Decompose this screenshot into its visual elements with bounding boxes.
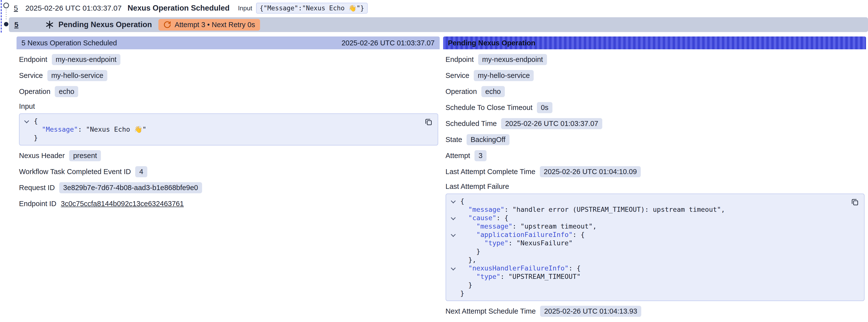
field-label: Workflow Task Completed Event ID <box>19 168 131 176</box>
failure-block-label: Last Attempt Failure <box>445 183 865 191</box>
copy-button[interactable] <box>424 117 434 127</box>
event-panel-header: 5 Nexus Operation Scheduled 2025-02-26 U… <box>17 36 440 49</box>
copy-button[interactable] <box>850 197 860 207</box>
code-line: { <box>446 197 858 205</box>
pending-detail-panel: Pending Nexus Operation Endpointmy-nexus… <box>443 36 866 321</box>
field-value-chip: 4 <box>135 166 147 177</box>
collapse-toggle-icon[interactable] <box>446 214 460 222</box>
code-text: } <box>460 289 464 298</box>
field-label: Endpoint <box>445 56 474 64</box>
code-text: "nexusHandlerFailureInfo": { <box>460 264 581 272</box>
expanded-row-guide <box>1 0 2 33</box>
input-preview-chip: {"Message":"Nexus Echo 👋"} <box>256 3 368 13</box>
code-text: } <box>34 134 38 142</box>
collapse-toggle-icon[interactable] <box>446 197 460 205</box>
pending-event-id-link[interactable]: 5 <box>14 21 19 29</box>
event-panel-title: 5 Nexus Operation Scheduled <box>22 39 117 47</box>
pending-panel-title: Pending Nexus Operation <box>448 39 536 47</box>
pending-asterisk-icon <box>45 20 54 29</box>
field-value-chip: 0s <box>537 102 552 113</box>
timeline-graphic <box>2 0 10 37</box>
code-line: "cause": { <box>446 214 858 222</box>
field-schedule-to-close-timeout: Schedule To Close Timeout0s <box>445 102 865 114</box>
field-service: Servicemy-hello-service <box>445 69 865 82</box>
field-value-chip: my-hello-service <box>474 70 534 81</box>
field-value-chip: 2025-02-26 UTC 01:03:37.07 <box>501 118 602 129</box>
event-history-page: 5 2025-02-26 UTC 01:03:37.07 Nexus Opera… <box>0 0 868 322</box>
field-operation: Operationecho <box>445 86 865 97</box>
field-value-link[interactable]: 3c0c75ccfa8144b092c13ce632463761 <box>61 200 184 208</box>
field-value-chip: 3e829b7e-7d67-4b08-aad3-b1e868bfe9e0 <box>59 182 202 193</box>
code-text: "type": "NexusFailure" <box>460 239 573 247</box>
field-label: Operation <box>445 88 477 96</box>
event-timestamp: 2025-02-26 UTC 01:03:37.07 <box>25 4 122 12</box>
code-line: "applicationFailureInfo": { <box>446 230 858 239</box>
timeline-dot-icon <box>4 22 8 26</box>
code-line: "type": "UPSTREAM_TIMEOUT" <box>446 272 858 281</box>
field-label: Operation <box>19 88 50 96</box>
code-text: { <box>34 117 38 125</box>
code-line: "message": "handler error (UPSTREAM_TIME… <box>446 205 858 214</box>
event-detail-panel: 5 Nexus Operation Scheduled 2025-02-26 U… <box>17 36 440 214</box>
field-label: Last Attempt Complete Time <box>445 168 535 176</box>
code-line: "nexusHandlerFailureInfo": { <box>446 264 858 272</box>
code-line: { <box>20 117 432 125</box>
code-line: } <box>20 134 432 142</box>
field-nexus-header: Nexus Headerpresent <box>19 150 438 161</box>
copy-icon <box>851 198 859 206</box>
collapse-toggle-icon[interactable] <box>20 117 34 125</box>
field-value-chip: my-nexus-endpoint <box>478 54 547 65</box>
event-panel-body: Endpointmy-nexus-endpointServicemy-hello… <box>17 54 440 210</box>
code-text: } <box>460 281 472 289</box>
field-label: Scheduled Time <box>445 120 497 128</box>
field-scheduled-time: Scheduled Time2025-02-26 UTC 01:03:37.07 <box>445 118 865 129</box>
code-text: } <box>460 247 480 256</box>
field-endpoint-id: Endpoint ID3c0c75ccfa8144b092c13ce632463… <box>19 198 438 210</box>
collapse-toggle-icon[interactable] <box>446 230 460 239</box>
field-next-attempt-schedule-time: Next Attempt Schedule Time2025-02-26 UTC… <box>445 305 865 317</box>
event-id-link[interactable]: 5 <box>14 4 18 12</box>
fold-gutter <box>446 205 460 214</box>
retry-icon <box>163 21 171 29</box>
event-panel-timestamp: 2025-02-26 UTC 01:03:37.07 <box>341 39 434 47</box>
timeline-node-icon <box>4 3 9 8</box>
field-endpoint: Endpointmy-nexus-endpoint <box>19 54 438 65</box>
pending-panel-body: Endpointmy-nexus-endpointServicemy-hello… <box>443 54 866 317</box>
input-label: Input <box>238 4 252 12</box>
fold-gutter <box>446 239 460 247</box>
fold-gutter <box>446 272 460 281</box>
field-value-chip: present <box>69 150 101 161</box>
event-title: Nexus Operation Scheduled <box>128 4 229 12</box>
copy-icon <box>424 118 433 126</box>
code-line: } <box>446 289 858 298</box>
field-request-id: Request ID3e829b7e-7d67-4b08-aad3-b1e868… <box>19 182 438 194</box>
event-summary-row[interactable]: 5 2025-02-26 UTC 01:03:37.07 Nexus Opera… <box>0 0 868 16</box>
code-text: "type": "UPSTREAM_TIMEOUT" <box>460 272 581 281</box>
field-value-chip: my-nexus-endpoint <box>52 54 121 65</box>
field-value-chip: echo <box>55 86 78 97</box>
code-line: "type": "NexusFailure" <box>446 239 858 247</box>
code-text: "message": "handler error (UPSTREAM_TIME… <box>460 205 725 214</box>
failure-json-block: { "message": "handler error (UPSTREAM_TI… <box>445 194 865 301</box>
field-label: State <box>445 136 462 144</box>
pending-operation-row[interactable]: 5 Pending Nexus Operation Attempt 3 • Ne… <box>9 17 868 32</box>
input-json-block: { "Message": "Nexus Echo 👋"} <box>19 114 438 146</box>
code-line: } <box>446 247 858 256</box>
code-text: "Message": "Nexus Echo 👋" <box>34 125 146 134</box>
field-value-chip: echo <box>482 86 505 97</box>
collapse-toggle-icon[interactable] <box>446 264 460 272</box>
field-label: Attempt <box>445 152 470 160</box>
fold-gutter <box>446 281 460 289</box>
field-value-chip: 2025-02-26 UTC 01:04:13.93 <box>540 306 641 317</box>
fold-gutter <box>20 125 34 134</box>
code-text: "message": "upstream timeout", <box>460 222 597 230</box>
field-last-attempt-complete-time: Last Attempt Complete Time2025-02-26 UTC… <box>445 166 865 178</box>
pending-title: Pending Nexus Operation <box>59 20 152 29</box>
retry-badge: Attempt 3 • Next Retry 0s <box>158 19 260 31</box>
field-attempt: Attempt3 <box>445 150 865 161</box>
code-line: } <box>446 281 858 289</box>
field-state: StateBackingOff <box>445 134 865 146</box>
detail-panels: 5 Nexus Operation Scheduled 2025-02-26 U… <box>17 36 866 321</box>
field-value-chip: 3 <box>474 150 486 161</box>
code-text: "applicationFailureInfo": { <box>460 230 585 239</box>
